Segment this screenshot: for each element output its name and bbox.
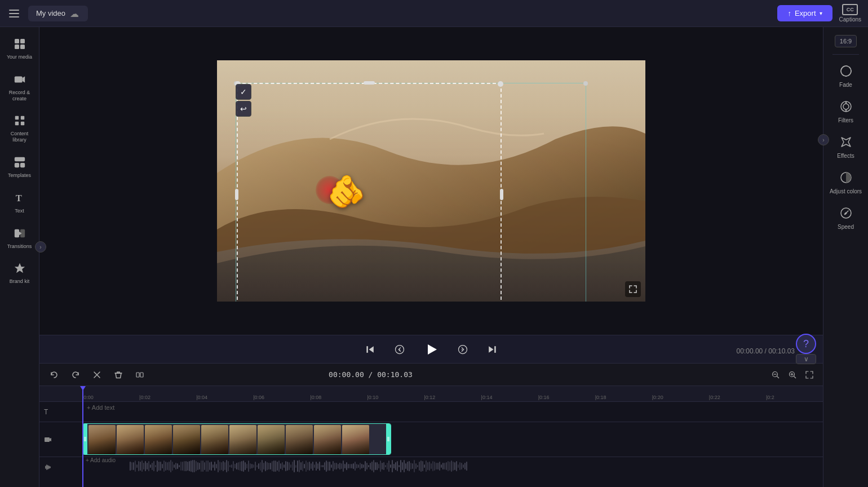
- svg-rect-7: [20, 116, 24, 119]
- zoom-controls: [769, 368, 816, 382]
- right-panel-speed[interactable]: Speed: [826, 200, 866, 234]
- right-panel-fade[interactable]: Fade: [826, 58, 866, 92]
- crop-selection-box[interactable]: [237, 83, 502, 302]
- zoom-out-button[interactable]: [769, 368, 782, 382]
- templates-icon: [12, 154, 28, 170]
- undo-button[interactable]: [46, 367, 62, 383]
- text-track-row: T + Add text: [39, 402, 823, 422]
- aspect-ratio-badge[interactable]: 16:9: [835, 35, 857, 47]
- sidebar-item-templates[interactable]: Templates: [3, 150, 37, 183]
- right-panel-collapse-button[interactable]: ›: [818, 134, 829, 145]
- cloud-icon: ☁: [70, 8, 80, 19]
- sidebar-label-record: Record & create: [5, 90, 34, 102]
- time-code: 00:00.00 / 00:10.03: [329, 370, 413, 379]
- crop-handle-mid-right[interactable]: [500, 189, 503, 200]
- add-text-button[interactable]: + Add text: [82, 404, 114, 411]
- center-content: ✓ ↩ 🫵: [39, 27, 823, 487]
- upload-icon: ↑: [787, 9, 791, 17]
- top-bar-right: ↑ Export ▾ CC Captions: [777, 4, 861, 23]
- play-button[interactable]: [420, 338, 442, 361]
- sidebar-item-brand-kit[interactable]: Brand kit: [3, 256, 37, 289]
- sidebar-label-your-media: Your media: [7, 54, 32, 60]
- fullscreen-button[interactable]: [625, 281, 641, 297]
- film-frame-7: [258, 425, 285, 454]
- crop-handle-mid-left[interactable]: [235, 189, 238, 200]
- expand-timeline-button[interactable]: [803, 368, 816, 382]
- sidebar-label-brand-kit: Brand kit: [10, 278, 30, 285]
- effects-label: Effects: [837, 153, 854, 159]
- audio-track-content[interactable]: + Add audio // Generate random waveform …: [82, 457, 823, 477]
- clip-right-handle[interactable]: [386, 424, 391, 454]
- adjust-colors-label: Adjust colors: [830, 188, 862, 194]
- hand-cursor-icon: 🫵: [327, 173, 366, 210]
- clip-filmstrip: [87, 424, 386, 454]
- speed-label: Speed: [838, 224, 854, 230]
- video-track-label: [39, 436, 82, 444]
- sidebar-item-record[interactable]: Record & create: [3, 67, 37, 107]
- clip-left-handle[interactable]: [83, 424, 87, 454]
- svg-line-33: [794, 376, 796, 378]
- sidebar-collapse-button[interactable]: ›: [35, 241, 46, 253]
- svg-rect-9: [20, 122, 24, 125]
- svg-rect-27: [136, 373, 139, 377]
- effects-icon: [838, 134, 854, 150]
- sidebar-item-your-media[interactable]: Your media: [3, 32, 37, 65]
- outer-handle-tr[interactable]: [583, 81, 588, 86]
- sidebar-item-content-library[interactable]: Content library: [3, 108, 37, 148]
- rewind-button[interactable]: 5: [391, 340, 409, 358]
- video-canvas[interactable]: ✓ ↩ 🫵: [217, 60, 645, 302]
- help-button[interactable]: ?: [796, 334, 816, 354]
- svg-marker-18: [369, 346, 374, 353]
- text-icon: T: [12, 190, 28, 206]
- menu-button[interactable]: [7, 6, 23, 21]
- film-frame-3: [145, 425, 172, 454]
- help-icon: ?: [803, 338, 809, 350]
- svg-rect-11: [14, 163, 19, 167]
- library-icon: [12, 113, 28, 129]
- sidebar-item-text[interactable]: T Text: [3, 185, 37, 219]
- redo-button[interactable]: [68, 367, 83, 383]
- svg-rect-2: [15, 45, 19, 49]
- expand-panel-button[interactable]: ∨: [796, 354, 816, 364]
- chevron-down-icon: ▾: [820, 10, 822, 16]
- transitions-icon: [12, 225, 28, 241]
- svg-marker-5: [22, 76, 25, 82]
- svg-text:5: 5: [398, 348, 400, 352]
- add-audio-label[interactable]: + Add audio: [86, 457, 116, 463]
- svg-rect-8: [15, 122, 18, 125]
- skip-back-button[interactable]: [361, 340, 379, 358]
- right-panel-effects[interactable]: Effects: [826, 129, 866, 163]
- zoom-in-button[interactable]: [786, 368, 799, 382]
- film-frame-5: [201, 425, 228, 454]
- export-button[interactable]: ↑ Export ▾: [777, 5, 832, 21]
- right-panel-filters[interactable]: Filters: [826, 94, 866, 128]
- video-title: My video: [36, 9, 65, 17]
- crop-confirm-button[interactable]: ✓: [236, 84, 251, 100]
- video-track-row: [39, 422, 823, 457]
- sidebar-label-content-library: Content library: [5, 131, 34, 143]
- captions-button[interactable]: CC Captions: [839, 4, 861, 23]
- audio-track-row: + Add audio // Generate random waveform …: [39, 457, 823, 477]
- skip-forward-button[interactable]: [483, 340, 501, 358]
- crop-handle-top-mid[interactable]: [364, 81, 375, 85]
- fade-label: Fade: [839, 82, 852, 88]
- split-button[interactable]: [132, 367, 148, 383]
- sidebar-item-transitions[interactable]: Transitions: [3, 221, 37, 254]
- grid-icon: [12, 36, 28, 52]
- film-frame-10: [342, 425, 369, 454]
- delete-button[interactable]: [110, 367, 126, 383]
- brand-icon: [12, 260, 28, 276]
- video-title-tab[interactable]: My video ☁: [28, 6, 88, 21]
- video-clip[interactable]: [82, 423, 391, 455]
- audio-waveform: // Generate random waveform bars const w…: [127, 458, 823, 474]
- cut-button[interactable]: [89, 367, 105, 383]
- text-track-content[interactable]: + Add text: [82, 402, 823, 422]
- playback-controls: 5 5 00:00.00 / 00: [39, 335, 823, 363]
- crop-handle-tr[interactable]: [498, 81, 503, 87]
- fast-forward-button[interactable]: 5: [454, 340, 472, 358]
- right-panel-adjust-colors[interactable]: Adjust colors: [826, 165, 866, 199]
- svg-rect-12: [20, 163, 24, 167]
- svg-point-45: [843, 104, 849, 109]
- crop-undo-button[interactable]: ↩: [236, 101, 251, 117]
- top-bar: My video ☁ ↑ Export ▾ CC Captions: [0, 0, 868, 27]
